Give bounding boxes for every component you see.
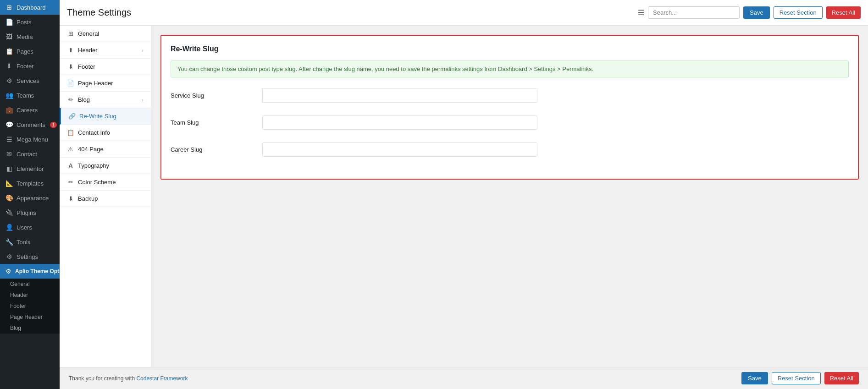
codestar-link[interactable]: Codestar Framework	[136, 375, 188, 382]
sidebar-item-plugins[interactable]: 🔌 Plugins	[0, 205, 60, 220]
sidebar-item-label: Tools	[17, 239, 30, 246]
team-slug-input[interactable]	[262, 115, 537, 130]
sidebar-item-appearance[interactable]: 🎨 Appearance	[0, 191, 60, 205]
aplio-sub-menu: General Header Footer Page Header Blog	[0, 279, 60, 334]
sidebar-item-careers[interactable]: 💼 Careers	[0, 103, 60, 117]
rewrite-slug-section: Re-Write Slug You can change those custo…	[160, 35, 859, 180]
nav-item-typography[interactable]: A Typography	[60, 158, 151, 174]
header-nav-icon: ⬆	[67, 47, 74, 54]
nav-item-label: Re-Write Slug	[79, 113, 116, 120]
sidebar-item-pages[interactable]: 📋 Pages	[0, 44, 60, 59]
sub-item-header[interactable]: Header	[0, 290, 60, 301]
top-actions: ☰ Save Reset Section Reset All	[638, 6, 861, 19]
nav-item-general[interactable]: ⊞ General	[60, 26, 151, 42]
nav-item-contact-info[interactable]: 📋 Contact Info	[60, 125, 151, 141]
footer-nav-icon: ⬇	[67, 63, 74, 70]
templates-icon: 📐	[6, 180, 13, 187]
search-input[interactable]	[648, 6, 740, 19]
sidebar-item-label: Plugins	[17, 209, 36, 216]
sidebar-item-label: Comments	[17, 121, 45, 128]
sidebar-item-mega-menu[interactable]: ☰ Mega Menu	[0, 132, 60, 147]
services-icon: ⚙	[6, 77, 13, 84]
comments-icon: 💬	[6, 121, 13, 128]
contact-info-nav-icon: 📋	[67, 129, 74, 136]
nav-item-color-scheme[interactable]: ✏ Color Scheme	[60, 174, 151, 191]
typography-nav-icon: A	[67, 162, 74, 169]
list-view-icon[interactable]: ☰	[638, 8, 644, 17]
sidebar-item-elementor[interactable]: ◧ Elementor	[0, 161, 60, 176]
sidebar-item-users[interactable]: 👤 Users	[0, 220, 60, 235]
sidebar-item-settings[interactable]: ⚙ Settings	[0, 249, 60, 264]
nav-item-label: Blog	[78, 96, 90, 103]
career-slug-label: Career Slug	[171, 146, 262, 153]
general-nav-icon: ⊞	[67, 30, 74, 37]
wp-admin-sidebar: ⊞ Dashboard 📄 Posts 🖼 Media 📋 Pages ⬇ Fo…	[0, 0, 60, 389]
top-bar: Theme Settings ☰ Save Reset Section Rese…	[60, 0, 868, 26]
reset-all-button-bottom[interactable]: Reset All	[824, 372, 859, 384]
nav-item-label: Page Header	[78, 80, 113, 87]
nav-item-page-header[interactable]: 📄 Page Header	[60, 75, 151, 92]
career-slug-row: Career Slug	[171, 142, 849, 157]
sub-item-blog[interactable]: Blog	[0, 323, 60, 334]
nav-item-label: Backup	[78, 195, 98, 202]
settings-nav: ⊞ General ⬆ Header › ⬇ Footer 📄 Page Hea…	[60, 26, 151, 367]
sidebar-item-label: Appearance	[17, 195, 49, 202]
elementor-icon: ◧	[6, 165, 13, 172]
sidebar-item-label: Settings	[17, 253, 38, 260]
nav-item-footer[interactable]: ⬇ Footer	[60, 59, 151, 75]
blog-nav-arrow: ›	[142, 97, 144, 103]
sidebar-item-footer[interactable]: ⬇ Footer	[0, 59, 60, 73]
nav-item-header[interactable]: ⬆ Header ›	[60, 42, 151, 59]
header-nav-arrow: ›	[142, 48, 144, 53]
backup-nav-icon: ⬇	[67, 195, 74, 202]
nav-item-label: Typography	[78, 162, 109, 169]
sidebar-item-label: Footer	[17, 63, 34, 70]
posts-icon: 📄	[6, 18, 13, 26]
appearance-icon: 🎨	[6, 194, 13, 202]
footer-icon: ⬇	[6, 62, 13, 70]
tools-icon: 🔧	[6, 238, 13, 246]
aplio-theme-icon: ⚙	[6, 268, 11, 275]
content-area: Re-Write Slug You can change those custo…	[151, 26, 868, 367]
body-area: ⊞ General ⬆ Header › ⬇ Footer 📄 Page Hea…	[60, 26, 868, 367]
contact-icon: ✉	[6, 150, 13, 158]
teams-icon: 👥	[6, 92, 13, 99]
careers-icon: 💼	[6, 106, 13, 114]
sidebar-item-teams[interactable]: 👥 Teams	[0, 88, 60, 103]
career-slug-input[interactable]	[262, 142, 537, 157]
404-nav-icon: ⚠	[67, 146, 74, 153]
nav-item-blog[interactable]: ✏ Blog ›	[60, 92, 151, 108]
sidebar-item-templates[interactable]: 📐 Templates	[0, 176, 60, 191]
sidebar-item-tools[interactable]: 🔧 Tools	[0, 235, 60, 249]
nav-item-backup[interactable]: ⬇ Backup	[60, 191, 151, 207]
plugins-icon: 🔌	[6, 209, 13, 216]
page-title: Theme Settings	[67, 7, 131, 18]
sidebar-item-comments[interactable]: 💬 Comments 1	[0, 117, 60, 132]
nav-item-404-page[interactable]: ⚠ 404 Page	[60, 141, 151, 158]
nav-item-rewrite-slug[interactable]: 🔗 Re-Write Slug	[60, 108, 151, 125]
sidebar-item-label: Teams	[17, 92, 34, 99]
color-scheme-nav-icon: ✏	[67, 179, 74, 186]
sidebar-item-dashboard[interactable]: ⊞ Dashboard	[0, 0, 60, 15]
sub-item-page-header[interactable]: Page Header	[0, 312, 60, 323]
sidebar-item-contact[interactable]: ✉ Contact	[0, 147, 60, 161]
reset-section-button-top[interactable]: Reset Section	[774, 6, 823, 19]
save-button-bottom[interactable]: Save	[741, 372, 768, 384]
reset-section-button-bottom[interactable]: Reset Section	[772, 372, 821, 384]
sub-item-general[interactable]: General	[0, 279, 60, 290]
main-content: Theme Settings ☰ Save Reset Section Rese…	[60, 0, 868, 389]
media-icon: 🖼	[6, 33, 13, 40]
info-banner: You can change those custom post type sl…	[171, 60, 849, 77]
sidebar-item-posts[interactable]: 📄 Posts	[0, 15, 60, 29]
service-slug-input[interactable]	[262, 88, 537, 103]
sub-item-footer[interactable]: Footer	[0, 301, 60, 312]
reset-all-button-top[interactable]: Reset All	[826, 6, 861, 19]
footer-bar: Thank you for creating with Codestar Fra…	[60, 367, 868, 389]
sidebar-item-services[interactable]: ⚙ Services	[0, 73, 60, 88]
sidebar-item-label: Media	[17, 33, 33, 40]
service-slug-row: Service Slug	[171, 88, 849, 103]
sidebar-item-media[interactable]: 🖼 Media	[0, 29, 60, 44]
nav-item-label: Footer	[78, 63, 95, 70]
save-button-top[interactable]: Save	[743, 6, 770, 19]
sidebar-item-aplio-theme[interactable]: ⚙ Aplio Theme Options	[0, 264, 60, 279]
